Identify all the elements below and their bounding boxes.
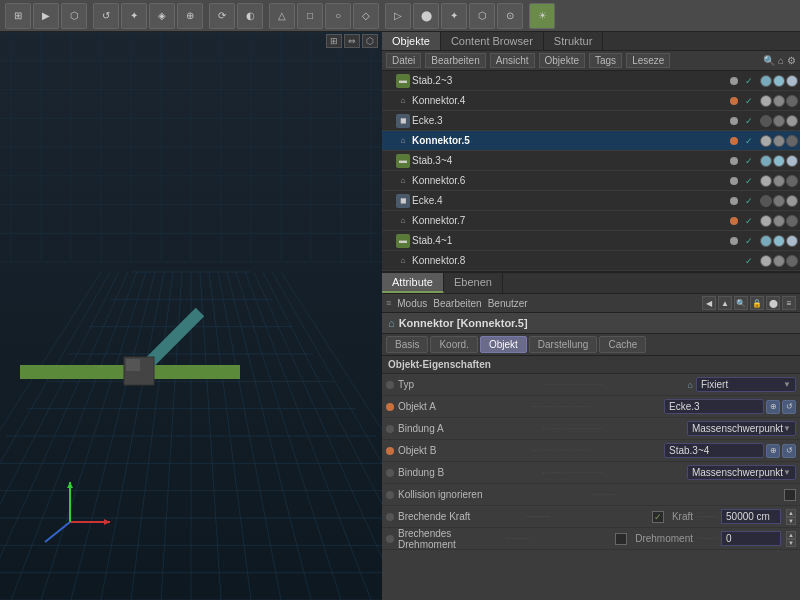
material-ball[interactable] [760,95,772,107]
material-ball[interactable] [773,115,785,127]
attr-menu-benutzer[interactable]: Benutzer [488,298,528,309]
attr-ref-btn-1[interactable]: ⊕ [766,444,780,458]
cb-extra-input[interactable] [721,509,781,524]
toolbar-icon-10[interactable]: △ [269,3,295,29]
tab-ebenen[interactable]: Ebenen [444,273,503,293]
attr-field-value[interactable]: Massenschwerpunkt▼ [687,465,796,480]
list-item[interactable]: ⌂Konnektor.6✓ [382,171,800,191]
list-item[interactable]: ◼Ecke.3✓ [382,111,800,131]
obj-menu-leseze[interactable]: Leseze [626,53,670,68]
obj-menu-objekte[interactable]: Objekte [539,53,585,68]
material-ball[interactable] [773,215,785,227]
obj-visibility-dot[interactable] [730,177,738,185]
toolbar-icon-13[interactable]: ◇ [353,3,379,29]
material-ball[interactable] [760,75,772,87]
obj-check-icon[interactable]: ✓ [742,214,756,228]
obj-menu-datei[interactable]: Datei [386,53,421,68]
list-item[interactable]: ⌂Konnektor.4✓ [382,91,800,111]
obj-check-icon[interactable]: ✓ [742,234,756,248]
obj-check-icon[interactable]: ✓ [742,94,756,108]
list-item[interactable]: ⌂Konnektor.8✓ [382,251,800,271]
attr-nav-more1[interactable]: ⬤ [766,296,780,310]
toolbar-icon-7[interactable]: ⊕ [177,3,203,29]
attr-nav-search[interactable]: 🔍 [734,296,748,310]
toolbar-icon-6[interactable]: ◈ [149,3,175,29]
material-ball[interactable] [773,75,785,87]
material-ball[interactable] [786,235,798,247]
toolbar-icon-19[interactable]: ☀ [529,3,555,29]
toolbar-icon-5[interactable]: ✦ [121,3,147,29]
viewport-3d[interactable]: ⊞ ⇔ ⬡ [0,32,382,600]
obj-visibility-dot[interactable] [730,217,738,225]
attr-field-value[interactable]: Massenschwerpunkt▼ [687,421,796,436]
attr-nav-more2[interactable]: ≡ [782,296,796,310]
obj-visibility-dot[interactable] [730,157,738,165]
attr-subtab-darstellung[interactable]: Darstellung [529,336,598,353]
toolbar-icon-17[interactable]: ⬡ [469,3,495,29]
material-ball[interactable] [773,255,785,267]
obj-menu-tags[interactable]: Tags [589,53,622,68]
obj-visibility-dot[interactable] [730,237,738,245]
toolbar-icon-4[interactable]: ↺ [93,3,119,29]
attr-subtab-cache[interactable]: Cache [599,336,646,353]
list-item[interactable]: ⌂Konnektor.5✓ [382,131,800,151]
obj-check-icon[interactable]: ✓ [742,134,756,148]
list-item[interactable]: ▬Stab.4~1✓ [382,231,800,251]
toolbar-icon-16[interactable]: ✦ [441,3,467,29]
attr-subtab-koord[interactable]: Koord. [430,336,477,353]
material-ball[interactable] [760,155,772,167]
attr-subtab-basis[interactable]: Basis [386,336,428,353]
obj-menu-ansicht[interactable]: Ansicht [490,53,535,68]
material-ball[interactable] [760,175,772,187]
attr-menu-bearbeiten[interactable]: Bearbeiten [433,298,481,309]
checkbox-input[interactable] [615,533,627,545]
material-ball[interactable] [773,95,785,107]
spinner-down[interactable]: ▼ [786,539,796,547]
attr-field-value[interactable]: Fixiert▼ [696,377,796,392]
toolbar-icon-3[interactable]: ⬡ [61,3,87,29]
toolbar-icon-15[interactable]: ⬤ [413,3,439,29]
toolbar-icon-2[interactable]: ▶ [33,3,59,29]
obj-visibility-dot[interactable] [730,97,738,105]
obj-visibility-dot[interactable] [730,117,738,125]
obj-check-icon[interactable]: ✓ [742,154,756,168]
material-ball[interactable] [760,255,772,267]
obj-visibility-dot[interactable] [730,137,738,145]
tab-objekte[interactable]: Objekte [382,32,441,50]
toolbar-icon-9[interactable]: ◐ [237,3,263,29]
tab-attribute[interactable]: Attribute [382,273,444,293]
material-ball[interactable] [760,235,772,247]
material-ball[interactable] [786,135,798,147]
checkbox-input[interactable]: ✓ [652,511,664,523]
material-ball[interactable] [760,115,772,127]
attr-ref-btn-2[interactable]: ↺ [782,444,796,458]
material-ball[interactable] [773,235,785,247]
material-ball[interactable] [786,75,798,87]
checkbox-input[interactable] [784,489,796,501]
obj-check-icon[interactable]: ✓ [742,114,756,128]
attr-ref-btn-1[interactable]: ⊕ [766,400,780,414]
toolbar-icon-12[interactable]: ○ [325,3,351,29]
vp-btn-layout[interactable]: ⊞ [326,34,342,48]
list-item[interactable]: ⌂Konnektor.7✓ [382,211,800,231]
material-ball[interactable] [773,175,785,187]
toolbar-icon-11[interactable]: □ [297,3,323,29]
attr-nav-lock[interactable]: 🔒 [750,296,764,310]
tab-struktur[interactable]: Struktur [544,32,604,50]
obj-check-icon[interactable]: ✓ [742,254,756,268]
material-ball[interactable] [786,155,798,167]
obj-visibility-dot[interactable] [730,197,738,205]
toolbar-icon-14[interactable]: ▷ [385,3,411,29]
obj-check-icon[interactable]: ✓ [742,174,756,188]
toolbar-icon-18[interactable]: ⊙ [497,3,523,29]
obj-menu-bearbeiten[interactable]: Bearbeiten [425,53,485,68]
spinner-up[interactable]: ▲ [786,531,796,539]
attr-ref-btn-2[interactable]: ↺ [782,400,796,414]
material-ball[interactable] [760,135,772,147]
spinner-down[interactable]: ▼ [786,517,796,525]
material-ball[interactable] [773,155,785,167]
attr-menu-modus[interactable]: Modus [397,298,427,309]
obj-visibility-dot[interactable] [730,77,738,85]
list-item[interactable]: ▬Stab.2~3✓ [382,71,800,91]
list-item[interactable]: ◼Ecke.4✓ [382,191,800,211]
